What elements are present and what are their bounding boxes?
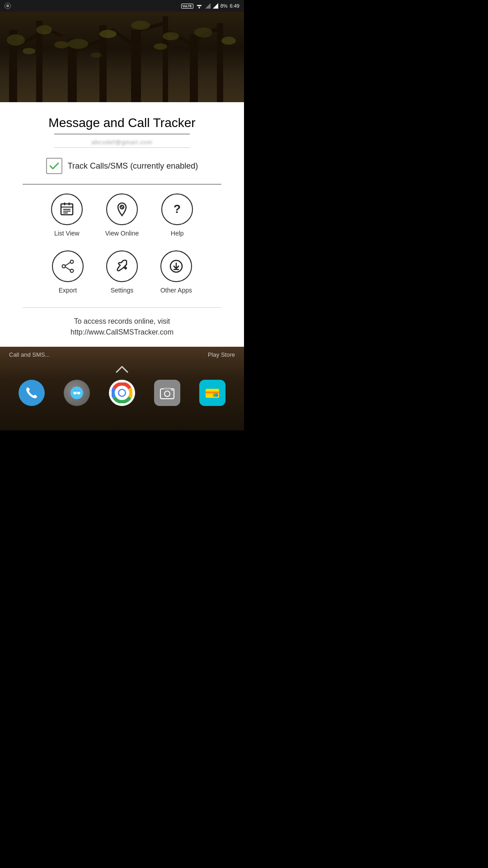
help-label: Help bbox=[171, 230, 184, 237]
list-view-label: List View bbox=[54, 230, 80, 237]
track-calls-label: Track Calls/SMS (currently enabled) bbox=[68, 161, 198, 171]
dock-shortcuts: Call and SMS... Play Store bbox=[0, 347, 244, 363]
settings-label: Settings bbox=[111, 287, 134, 294]
messages-app-icon[interactable] bbox=[64, 380, 90, 406]
leaf-decoration bbox=[23, 48, 35, 54]
list-view-icon bbox=[59, 201, 75, 217]
svg-line-19 bbox=[65, 263, 70, 266]
export-icon bbox=[60, 258, 76, 274]
leaf-decoration bbox=[131, 21, 150, 30]
signal-icon-2 bbox=[213, 3, 218, 9]
view-online-icon bbox=[114, 201, 130, 217]
svg-point-18 bbox=[70, 269, 73, 273]
bottom-divider bbox=[23, 307, 221, 308]
svg-point-24 bbox=[70, 387, 83, 399]
svg-point-27 bbox=[74, 390, 76, 392]
svg-point-31 bbox=[119, 390, 125, 396]
leaf-decoration bbox=[221, 37, 236, 45]
messages-icon bbox=[69, 385, 84, 401]
svg-point-35 bbox=[172, 390, 173, 391]
icon-row-2: Export Settings bbox=[52, 250, 192, 294]
svg-point-17 bbox=[62, 265, 65, 268]
other-apps-button[interactable]: Other Apps bbox=[160, 250, 192, 294]
track-calls-checkbox[interactable] bbox=[46, 158, 62, 174]
leaf-decoration bbox=[36, 25, 52, 34]
leaf-decoration bbox=[154, 43, 167, 50]
leaf-decoration bbox=[163, 32, 179, 40]
chrome-icon bbox=[112, 382, 132, 403]
svg-marker-5 bbox=[213, 3, 218, 9]
view-online-icon-circle bbox=[106, 193, 138, 225]
dock-shortcut-2[interactable]: Play Store bbox=[208, 351, 235, 358]
svg-point-28 bbox=[78, 390, 80, 392]
phone-app-icon[interactable] bbox=[19, 380, 45, 406]
help-icon-circle: ? bbox=[161, 193, 193, 225]
dock-icons-row bbox=[0, 376, 244, 410]
svg-rect-34 bbox=[164, 387, 170, 390]
svg-line-20 bbox=[65, 267, 70, 270]
battery-text: 8% bbox=[221, 3, 228, 9]
list-view-button[interactable]: List View bbox=[51, 193, 83, 237]
wallet-app-icon[interactable] bbox=[199, 380, 225, 406]
hero-image bbox=[0, 12, 244, 102]
track-calls-row[interactable]: Track Calls/SMS (currently enabled) bbox=[46, 158, 198, 174]
settings-button[interactable]: Settings bbox=[106, 250, 138, 294]
other-apps-label: Other Apps bbox=[160, 287, 192, 294]
tree-decoration bbox=[163, 16, 168, 102]
dock-area: Call and SMS... Play Store bbox=[0, 347, 244, 430]
svg-point-3 bbox=[198, 7, 199, 8]
help-icon: ? bbox=[169, 201, 185, 217]
svg-point-39 bbox=[213, 393, 216, 397]
chrome-app-icon[interactable] bbox=[109, 380, 135, 406]
tree-decoration bbox=[131, 30, 141, 102]
icon-row-1: List View View Online ? Help bbox=[51, 193, 193, 237]
other-apps-icon-circle bbox=[160, 250, 192, 282]
chevron-up-icon[interactable] bbox=[115, 365, 129, 373]
app-title: Message and Call Tracker bbox=[48, 116, 195, 130]
svg-line-14 bbox=[121, 206, 123, 208]
wifi-icon bbox=[196, 3, 203, 9]
main-content: Message and Call Tracker abcxdef@gmail.c… bbox=[0, 102, 244, 347]
svg-point-16 bbox=[70, 260, 73, 264]
dock-shortcut-1[interactable]: Call and SMS... bbox=[9, 351, 50, 358]
tree-decoration bbox=[217, 23, 223, 102]
svg-marker-4 bbox=[205, 3, 211, 9]
phone-icon bbox=[24, 386, 39, 400]
view-online-button[interactable]: View Online bbox=[105, 193, 139, 237]
dock-chevron-row[interactable] bbox=[0, 363, 244, 376]
title-divider bbox=[54, 134, 190, 134]
leaf-decoration bbox=[194, 28, 212, 38]
volte-indicator: VoLTE bbox=[181, 4, 193, 9]
signal-icon-1 bbox=[205, 3, 211, 9]
export-button[interactable]: Export bbox=[52, 250, 84, 294]
help-button[interactable]: ? Help bbox=[161, 193, 193, 237]
list-view-icon-circle bbox=[51, 193, 83, 225]
leaf-decoration bbox=[54, 41, 69, 48]
visit-text: To access records online, visit http://w… bbox=[70, 316, 174, 338]
camera-app-icon[interactable] bbox=[154, 380, 180, 406]
export-label: Export bbox=[59, 287, 77, 294]
svg-rect-37 bbox=[206, 392, 219, 393]
camera-icon bbox=[160, 385, 175, 401]
svg-point-33 bbox=[164, 391, 170, 396]
view-online-label: View Online bbox=[105, 230, 139, 237]
leaf-decoration bbox=[68, 39, 88, 49]
track-divider bbox=[23, 184, 221, 184]
time-text: 6:49 bbox=[230, 3, 239, 9]
leaf-decoration bbox=[90, 52, 102, 58]
checkmark-icon bbox=[49, 160, 60, 171]
leaf-decoration bbox=[99, 30, 117, 38]
export-icon-circle bbox=[52, 250, 84, 282]
wallet-icon bbox=[205, 385, 220, 401]
status-bar: VoLTE 8% 6:49 bbox=[0, 0, 244, 12]
leaf-decoration bbox=[7, 34, 25, 46]
settings-icon-circle bbox=[106, 250, 138, 282]
email-divider bbox=[54, 147, 190, 148]
email-display: abcxdef@gmail.com bbox=[92, 139, 153, 146]
settings-icon bbox=[114, 258, 130, 274]
other-apps-icon bbox=[168, 258, 184, 274]
svg-text:?: ? bbox=[174, 202, 181, 216]
